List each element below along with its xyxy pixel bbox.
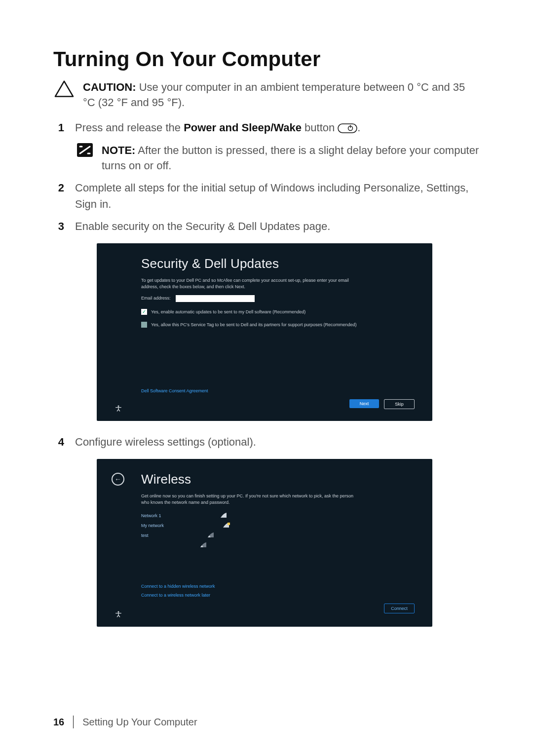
network-item[interactable]: Network 1 xyxy=(141,511,260,521)
section-name: Setting Up Your Computer xyxy=(82,717,197,728)
wifi-signal-icon xyxy=(208,532,214,538)
step-1: 1 Press and release the Power and Sleep/… xyxy=(53,119,480,138)
ease-of-access-icon[interactable] xyxy=(114,610,122,620)
checkbox-row-2[interactable]: ✓ Yes, allow this PC's Service Tag to be… xyxy=(141,322,419,328)
connect-later-link[interactable]: Connect to a wireless network later xyxy=(141,593,419,598)
s1-bold: Power and Sleep/Wake xyxy=(184,121,302,134)
network-list: Network 1 My network test xyxy=(141,511,419,550)
caution-label: CAUTION: xyxy=(83,81,136,93)
chk2-text: Yes, allow this PC's Service Tag to be s… xyxy=(151,322,356,327)
s1-end: . xyxy=(357,121,360,134)
note-icon xyxy=(75,143,95,157)
note-text: NOTE: After the button is pressed, there… xyxy=(102,143,480,174)
page-footer: 16 Setting Up Your Computer xyxy=(53,716,197,728)
checkbox-empty-icon[interactable]: ✓ xyxy=(141,322,147,328)
svg-rect-5 xyxy=(228,523,230,525)
step-text: Complete all steps for the initial setup… xyxy=(75,180,480,212)
caution-icon xyxy=(53,80,75,98)
connect-button[interactable]: Connect xyxy=(384,604,415,613)
skip-button[interactable]: Skip xyxy=(384,399,415,409)
network-item[interactable] xyxy=(141,540,260,550)
wireless-screenshot: ← Wireless Get online now so you can fin… xyxy=(97,459,432,627)
step-number: 4 xyxy=(53,434,64,450)
security-buttons: Next Skip xyxy=(141,399,419,409)
step-text: Press and release the Power and Sleep/Wa… xyxy=(75,119,480,138)
steps-list-cont: 2 Complete all steps for the initial set… xyxy=(53,180,480,234)
caution-callout: CAUTION: Use your computer in an ambient… xyxy=(53,80,480,111)
step-number: 2 xyxy=(53,180,64,196)
step-4: 4 Configure wireless settings (optional)… xyxy=(53,434,480,450)
ease-of-access-icon[interactable] xyxy=(114,404,122,414)
page-number: 16 xyxy=(53,717,64,728)
page-title: Turning On Your Computer xyxy=(53,47,480,71)
chk1-text: Yes, enable automatic updates to be sent… xyxy=(151,309,305,314)
steps-list: 1 Press and release the Power and Sleep/… xyxy=(53,119,480,138)
note-callout: NOTE: After the button is pressed, there… xyxy=(75,143,480,174)
s1-post: button xyxy=(302,121,338,134)
svg-point-6 xyxy=(117,611,119,613)
email-input[interactable] xyxy=(176,295,255,302)
checkbox-row-1[interactable]: ✓ Yes, enable automatic updates to be se… xyxy=(141,309,419,315)
network-item[interactable]: test xyxy=(141,530,260,540)
wifi-secure-icon xyxy=(223,523,230,529)
network-name: test xyxy=(141,533,149,538)
note-label: NOTE: xyxy=(102,144,135,156)
step-3: 3 Enable security on the Security & Dell… xyxy=(53,218,480,234)
footer-divider xyxy=(73,716,74,728)
email-label: Email address: xyxy=(141,295,419,302)
page: Turning On Your Computer CAUTION: Use yo… xyxy=(0,0,533,756)
security-screenshot: Security & Dell Updates To get updates t… xyxy=(97,243,432,421)
network-name: Network 1 xyxy=(141,513,161,518)
wireless-desc: Get online now so you can finish setting… xyxy=(141,493,358,505)
wifi-signal-icon xyxy=(200,542,206,548)
network-item[interactable]: My network xyxy=(141,521,260,530)
network-name: My network xyxy=(141,523,164,528)
s1-pre: Press and release the xyxy=(75,121,184,134)
wireless-title: Wireless xyxy=(141,472,419,487)
email-label-text: Email address: xyxy=(141,296,171,301)
wireless-buttons: Connect xyxy=(141,604,419,613)
svg-rect-0 xyxy=(338,124,357,133)
wifi-signal-icon xyxy=(221,513,227,519)
step-text: Enable security on the Security & Dell U… xyxy=(75,218,480,234)
security-desc: To get updates to your Dell PC and so Mc… xyxy=(141,277,358,290)
caution-body: Use your computer in an ambient temperat… xyxy=(83,81,465,109)
step-text: Configure wireless settings (optional). xyxy=(75,434,480,450)
security-title: Security & Dell Updates xyxy=(141,256,419,271)
step-number: 1 xyxy=(53,119,64,136)
step-2: 2 Complete all steps for the initial set… xyxy=(53,180,480,212)
note-body: After the button is pressed, there is a … xyxy=(102,144,479,172)
caution-text: CAUTION: Use your computer in an ambient… xyxy=(83,80,480,111)
steps-list-cont2: 4 Configure wireless settings (optional)… xyxy=(53,434,480,450)
consent-agreement-link[interactable]: Dell Software Consent Agreement xyxy=(141,388,419,393)
checkbox-checked-icon[interactable]: ✓ xyxy=(141,309,147,315)
hidden-network-link[interactable]: Connect to a hidden wireless network xyxy=(141,584,419,589)
step-number: 3 xyxy=(53,218,64,234)
svg-point-4 xyxy=(117,406,119,407)
power-button-icon xyxy=(338,121,357,138)
next-button[interactable]: Next xyxy=(349,399,379,408)
